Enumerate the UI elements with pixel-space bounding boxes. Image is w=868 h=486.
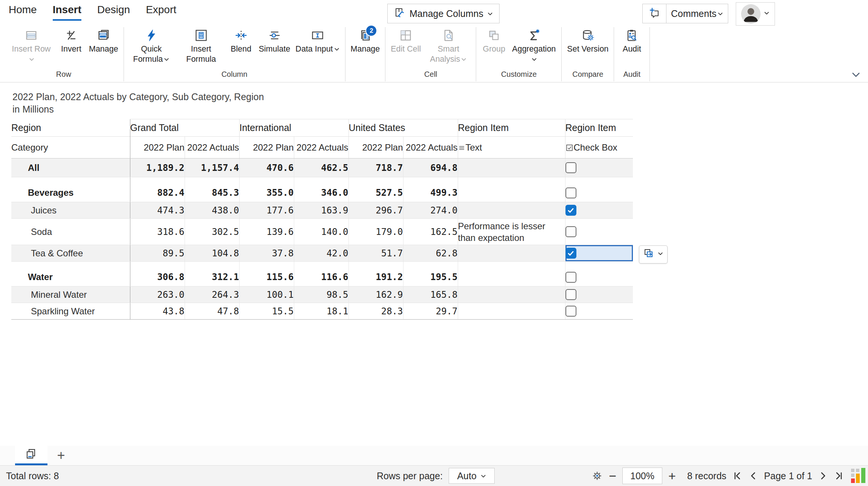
- row-label[interactable]: Sparkling Water: [11, 303, 130, 320]
- account-menu-button[interactable]: [736, 2, 775, 26]
- manage-button[interactable]: Manage: [87, 27, 121, 54]
- value-cell[interactable]: 43.8: [130, 303, 185, 320]
- value-cell[interactable]: 882.4: [130, 184, 185, 202]
- first-page-button[interactable]: [732, 471, 742, 481]
- value-cell[interactable]: 845.3: [185, 184, 239, 202]
- quick-formula-button[interactable]: Quick Formula: [127, 27, 176, 65]
- value-cell[interactable]: 318.6: [130, 219, 185, 245]
- measure-header[interactable]: 2022 Plan: [348, 137, 403, 158]
- value-cell[interactable]: 18.1: [294, 303, 348, 320]
- value-cell[interactable]: 1,157.4: [185, 158, 239, 177]
- row-checkbox[interactable]: [565, 187, 576, 198]
- value-cell[interactable]: 1,189.2: [130, 158, 185, 177]
- row-label[interactable]: Beverages: [11, 184, 130, 202]
- zoom-out-button[interactable]: −: [609, 469, 616, 482]
- checkbox-cell[interactable]: [565, 268, 633, 286]
- rows-per-page-select[interactable]: Auto: [449, 468, 495, 484]
- text-cell[interactable]: [458, 158, 565, 177]
- checkbox-cell[interactable]: [565, 286, 633, 303]
- checkbox-column-type[interactable]: Check Box: [565, 137, 633, 158]
- checkbox-cell[interactable]: [565, 184, 633, 202]
- value-cell[interactable]: 438.0: [185, 202, 239, 219]
- value-cell[interactable]: 499.3: [403, 184, 458, 202]
- checkbox-cell[interactable]: [565, 158, 633, 177]
- value-cell[interactable]: 264.3: [185, 286, 239, 303]
- value-cell[interactable]: 470.6: [239, 158, 294, 177]
- tab-design[interactable]: Design: [97, 4, 130, 21]
- measure-header[interactable]: 2022 Actuals: [403, 137, 458, 158]
- value-cell[interactable]: 718.7: [348, 158, 403, 177]
- measure-header[interactable]: 2022 Actuals: [185, 137, 239, 158]
- row-checkbox[interactable]: [565, 162, 576, 173]
- checkbox-cell[interactable]: [565, 245, 633, 262]
- invert-button[interactable]: Invert: [57, 27, 86, 54]
- collapse-ribbon-button[interactable]: [851, 70, 860, 81]
- tab-home[interactable]: Home: [9, 4, 37, 21]
- row-checkbox[interactable]: [565, 306, 576, 317]
- value-cell[interactable]: 165.8: [403, 286, 458, 303]
- aggregation-button[interactable]: Aggregation: [509, 27, 558, 65]
- value-cell[interactable]: 274.0: [403, 202, 458, 219]
- value-cell[interactable]: 62.8: [403, 245, 458, 262]
- checkbox-cell[interactable]: [565, 219, 633, 245]
- zoom-in-button[interactable]: +: [668, 469, 676, 482]
- measure-header[interactable]: 2022 Plan: [130, 137, 185, 158]
- value-cell[interactable]: 42.0: [294, 245, 348, 262]
- edit-cell-button[interactable]: Edit Cell: [388, 27, 423, 54]
- add-sheet-button[interactable]: +: [47, 446, 75, 465]
- text-cell[interactable]: [458, 268, 565, 286]
- text-cell[interactable]: Performance is lesser than expectation: [458, 219, 565, 245]
- sheet-tab-active[interactable]: [15, 446, 47, 465]
- value-cell[interactable]: 98.5: [294, 286, 348, 303]
- cell-action-button[interactable]: [639, 245, 668, 264]
- manage-columns-button[interactable]: Manage Columns: [387, 4, 500, 23]
- value-cell[interactable]: 100.1: [239, 286, 294, 303]
- value-cell[interactable]: 139.6: [239, 219, 294, 245]
- comments-button[interactable]: Comments: [642, 4, 728, 23]
- checkbox-cell[interactable]: [565, 303, 633, 320]
- value-cell[interactable]: 355.0: [239, 184, 294, 202]
- value-cell[interactable]: 191.2: [348, 268, 403, 286]
- value-cell[interactable]: 462.5: [294, 158, 348, 177]
- row-label[interactable]: Tea & Coffee: [11, 245, 130, 262]
- row-checkbox[interactable]: [565, 205, 576, 216]
- group-button[interactable]: Group: [479, 27, 509, 54]
- value-cell[interactable]: 140.0: [294, 219, 348, 245]
- text-column-type[interactable]: Text: [458, 137, 565, 158]
- value-cell[interactable]: 37.8: [239, 245, 294, 262]
- blend-button[interactable]: Blend: [226, 27, 256, 54]
- value-cell[interactable]: 263.0: [130, 286, 185, 303]
- value-cell[interactable]: 47.8: [185, 303, 239, 320]
- value-cell[interactable]: 104.8: [185, 245, 239, 262]
- smart-analysis-button[interactable]: Smart Analysis: [424, 27, 473, 65]
- settings-gear-button[interactable]: [591, 470, 603, 481]
- value-cell[interactable]: 527.5: [348, 184, 403, 202]
- zoom-level[interactable]: 100%: [622, 468, 662, 484]
- value-cell[interactable]: 89.5: [130, 245, 185, 262]
- row-checkbox[interactable]: [565, 248, 576, 259]
- row-checkbox[interactable]: [565, 272, 576, 283]
- value-cell[interactable]: 115.6: [239, 268, 294, 286]
- value-cell[interactable]: 694.8: [403, 158, 458, 177]
- text-cell[interactable]: [458, 286, 565, 303]
- prev-page-button[interactable]: [748, 471, 758, 481]
- checkbox-cell[interactable]: [565, 202, 633, 219]
- insert-row-button[interactable]: Insert Row: [7, 27, 56, 65]
- row-label[interactable]: Juices: [11, 202, 130, 219]
- next-page-button[interactable]: [818, 471, 828, 481]
- value-cell[interactable]: 162.5: [403, 219, 458, 245]
- manage-button[interactable]: 2Manage: [348, 27, 382, 54]
- value-cell[interactable]: 312.1: [185, 268, 239, 286]
- value-cell[interactable]: 15.5: [239, 303, 294, 320]
- value-cell[interactable]: 296.7: [348, 202, 403, 219]
- value-cell[interactable]: 51.7: [348, 245, 403, 262]
- tab-export[interactable]: Export: [146, 4, 176, 21]
- row-label[interactable]: Soda: [11, 219, 130, 245]
- set-version-button[interactable]: Set Version: [565, 27, 611, 54]
- text-cell[interactable]: [458, 303, 565, 320]
- value-cell[interactable]: 302.5: [185, 219, 239, 245]
- value-cell[interactable]: 162.9: [348, 286, 403, 303]
- value-cell[interactable]: 474.3: [130, 202, 185, 219]
- value-cell[interactable]: 195.5: [403, 268, 458, 286]
- row-label[interactable]: All: [11, 158, 130, 177]
